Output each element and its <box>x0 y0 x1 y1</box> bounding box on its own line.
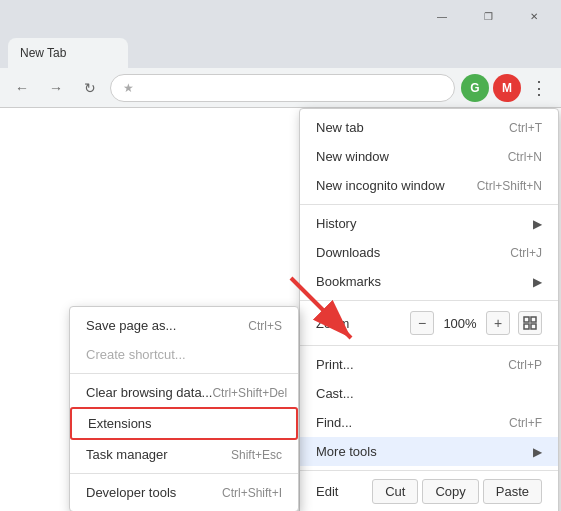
edit-row: Edit Cut Copy Paste <box>300 475 558 508</box>
back-button[interactable]: ← <box>8 74 36 102</box>
address-input[interactable]: ★ <box>110 74 455 102</box>
zoom-value: 100% <box>442 316 478 331</box>
edit-label: Edit <box>316 484 338 499</box>
submenu-divider-1 <box>70 373 298 374</box>
refresh-button[interactable]: ↻ <box>76 74 104 102</box>
cut-button[interactable]: Cut <box>372 479 418 504</box>
restore-button[interactable]: ❐ <box>465 0 511 32</box>
menu-item-history[interactable]: History ▶ <box>300 209 558 238</box>
close-button[interactable]: ✕ <box>511 0 557 32</box>
svg-rect-3 <box>531 324 536 329</box>
zoom-in-button[interactable]: + <box>486 311 510 335</box>
submenu-item-save-page[interactable]: Save page as... Ctrl+S <box>70 311 298 340</box>
active-tab[interactable]: New Tab <box>8 38 128 68</box>
menu-item-cast[interactable]: Cast... <box>300 379 558 408</box>
submenu-item-extensions[interactable]: Extensions <box>70 407 298 440</box>
profile-g-avatar[interactable]: G <box>461 74 489 102</box>
minimize-button[interactable]: — <box>419 0 465 32</box>
forward-button[interactable]: → <box>42 74 70 102</box>
submenu-divider-2 <box>70 473 298 474</box>
paste-button[interactable]: Paste <box>483 479 542 504</box>
copy-button[interactable]: Copy <box>422 479 478 504</box>
zoom-out-button[interactable]: − <box>410 311 434 335</box>
submenu-item-clear-browsing[interactable]: Clear browsing data... Ctrl+Shift+Del <box>70 378 298 407</box>
svg-rect-2 <box>524 317 529 322</box>
svg-rect-4 <box>531 317 536 322</box>
divider-2 <box>300 300 558 301</box>
profile-m-avatar[interactable]: M <box>493 74 521 102</box>
submenu-item-dev-tools[interactable]: Developer tools Ctrl+Shift+I <box>70 478 298 507</box>
menu-item-more-tools[interactable]: More tools ▶ <box>300 437 558 466</box>
address-bar-row: ← → ↻ ★ G M ⋮ <box>0 68 561 108</box>
submenu-item-create-shortcut[interactable]: Create shortcut... <box>70 340 298 369</box>
menu-item-find[interactable]: Find... Ctrl+F <box>300 408 558 437</box>
more-tools-menu: Save page as... Ctrl+S Create shortcut..… <box>69 306 299 511</box>
page-content: New tab Ctrl+T New window Ctrl+N New inc… <box>0 108 561 511</box>
fullscreen-button[interactable] <box>518 311 542 335</box>
title-bar: — ❐ ✕ <box>0 0 561 32</box>
divider-3 <box>300 345 558 346</box>
zoom-label: Zoom <box>316 316 349 331</box>
menu-item-incognito[interactable]: New incognito window Ctrl+Shift+N <box>300 171 558 200</box>
tab-label: New Tab <box>20 46 66 60</box>
edit-buttons: Cut Copy Paste <box>372 479 542 504</box>
menu-item-downloads[interactable]: Downloads Ctrl+J <box>300 238 558 267</box>
menu-item-new-window[interactable]: New window Ctrl+N <box>300 142 558 171</box>
menu-item-bookmarks[interactable]: Bookmarks ▶ <box>300 267 558 296</box>
star-icon: ★ <box>123 81 134 95</box>
menu-item-new-tab[interactable]: New tab Ctrl+T <box>300 113 558 142</box>
submenu-item-task-manager[interactable]: Task manager Shift+Esc <box>70 440 298 469</box>
svg-rect-5 <box>524 324 529 329</box>
zoom-controls: − 100% + <box>410 311 542 335</box>
chrome-menu: New tab Ctrl+T New window Ctrl+N New inc… <box>299 108 559 511</box>
divider-4 <box>300 470 558 471</box>
toolbar-icons: G M ⋮ <box>461 74 553 102</box>
zoom-row: Zoom − 100% + <box>300 305 558 341</box>
chrome-menu-button[interactable]: ⋮ <box>525 74 553 102</box>
browser-window: — ❐ ✕ New Tab ← → ↻ ★ G M ⋮ <box>0 0 561 511</box>
tab-bar: New Tab <box>0 32 561 68</box>
menu-item-print[interactable]: Print... Ctrl+P <box>300 350 558 379</box>
divider-1 <box>300 204 558 205</box>
